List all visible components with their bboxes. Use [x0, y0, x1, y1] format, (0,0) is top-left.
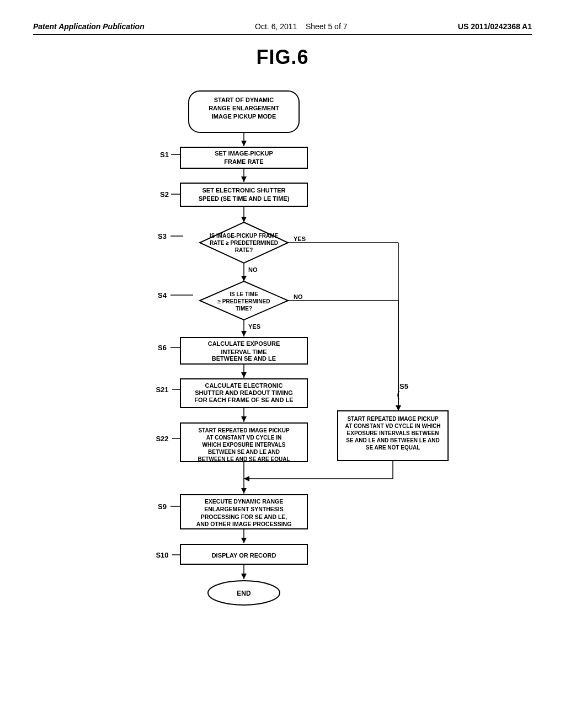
header-left: Patent Application Publication [33, 22, 145, 31]
svg-text:(: ( [397, 390, 400, 399]
svg-text:S9: S9 [158, 502, 167, 511]
svg-text:WHICH EXPOSURE INTERVALS: WHICH EXPOSURE INTERVALS [202, 442, 286, 448]
svg-text:IS IMAGE-PICKUP FRAME: IS IMAGE-PICKUP FRAME [210, 233, 279, 239]
svg-text:CALCULATE ELECTRONIC: CALCULATE ELECTRONIC [205, 382, 283, 389]
header-center: Oct. 6, 2011 Sheet 5 of 7 [255, 22, 347, 31]
svg-text:BETWEEN SE AND LE AND: BETWEEN SE AND LE AND [208, 449, 280, 455]
svg-marker-19 [241, 217, 247, 222]
svg-text:YES: YES [248, 323, 260, 330]
svg-text:BETWEEN SE AND LE: BETWEEN SE AND LE [212, 355, 276, 362]
svg-text:S4: S4 [158, 291, 167, 299]
svg-text:S5: S5 [399, 382, 408, 390]
svg-marker-82 [241, 488, 247, 494]
svg-text:RATE?: RATE? [235, 247, 253, 253]
svg-text:AT CONSTANT VD CYCLE IN WHICH: AT CONSTANT VD CYCLE IN WHICH [345, 423, 441, 429]
svg-text:SHUTTER AND READOUT TIMING: SHUTTER AND READOUT TIMING [195, 389, 292, 396]
svg-text:RATE ≥ PREDETERMINED: RATE ≥ PREDETERMINED [210, 240, 278, 246]
svg-text:SE AND LE AND BETWEEN LE AND: SE AND LE AND BETWEEN LE AND [346, 437, 439, 443]
svg-text:INTERVAL TIME: INTERVAL TIME [221, 349, 266, 355]
svg-text:START OF DYNAMIC: START OF DYNAMIC [214, 97, 274, 103]
svg-marker-79 [244, 476, 249, 481]
patent-number: US 2011/0242368 A1 [458, 22, 532, 31]
svg-text:TIME?: TIME? [236, 306, 252, 312]
svg-text:SET ELECTRONIC SHUTTER: SET ELECTRONIC SHUTTER [202, 187, 286, 194]
svg-text:S6: S6 [158, 344, 167, 352]
svg-text:S1: S1 [160, 151, 169, 159]
svg-text:EXPOSURE INTERVALS BETWEEN: EXPOSURE INTERVALS BETWEEN [347, 430, 439, 436]
svg-text:FRAME RATE: FRAME RATE [224, 158, 263, 165]
svg-text:YES: YES [294, 235, 306, 242]
svg-text:PROCESSING FOR SE AND LE,: PROCESSING FOR SE AND LE, [201, 513, 287, 520]
publication-label: Patent Application Publication [33, 22, 145, 31]
svg-text:IS LE TIME: IS LE TIME [230, 291, 258, 297]
date-label: Oct. 6, 2011 [255, 22, 297, 31]
svg-text:S22: S22 [156, 435, 168, 443]
svg-text:AND OTHER IMAGE PROCESSING: AND OTHER IMAGE PROCESSING [196, 521, 292, 527]
fig-title: FIG.6 [33, 46, 532, 69]
svg-text:DISPLAY OR RECORD: DISPLAY OR RECORD [212, 552, 276, 559]
svg-marker-91 [241, 538, 247, 543]
svg-text:S21: S21 [156, 386, 168, 394]
svg-text:NO: NO [248, 266, 258, 273]
svg-text:ENLARGEMENT SYNTHESIS: ENLARGEMENT SYNTHESIS [204, 506, 284, 512]
svg-text:EXECUTE DYNAMIC RANGE: EXECUTE DYNAMIC RANGE [205, 498, 283, 505]
svg-text:S2: S2 [160, 190, 169, 199]
svg-text:RANGE ENLARGEMENT: RANGE ENLARGEMENT [209, 105, 279, 111]
sheet-label: Sheet 5 of 7 [306, 22, 348, 31]
svg-text:CALCULATE EXPOSURE: CALCULATE EXPOSURE [208, 340, 280, 347]
svg-text:SE ARE NOT EQUAL: SE ARE NOT EQUAL [366, 445, 420, 451]
svg-text:NO: NO [294, 293, 303, 300]
svg-text:≥ PREDETERMINED: ≥ PREDETERMINED [218, 298, 270, 304]
svg-text:IMAGE PICKUP MODE: IMAGE PICKUP MODE [212, 113, 276, 120]
svg-marker-97 [241, 574, 247, 579]
svg-marker-52 [241, 372, 247, 378]
svg-marker-5 [241, 141, 247, 146]
svg-marker-60 [241, 416, 247, 422]
svg-marker-32 [241, 276, 247, 281]
flowchart-svg: START OF DYNAMIC RANGE ENLARGEMENT IMAGE… [56, 85, 509, 665]
svg-text:AT CONSTANT VD CYCLE IN: AT CONSTANT VD CYCLE IN [206, 435, 281, 441]
svg-text:END: END [237, 590, 251, 597]
svg-text:BETWEEN LE AND SE ARE EQUAL: BETWEEN LE AND SE ARE EQUAL [198, 456, 290, 462]
svg-text:SET IMAGE-PICKUP: SET IMAGE-PICKUP [215, 150, 273, 157]
header-right: US 2011/0242368 A1 [458, 22, 532, 31]
svg-text:START REPEATED IMAGE PICKUP: START REPEATED IMAGE PICKUP [347, 416, 439, 422]
svg-text:S10: S10 [156, 551, 168, 559]
svg-marker-44 [241, 331, 247, 336]
header: Patent Application Publication Oct. 6, 2… [33, 22, 532, 35]
page: Patent Application Publication Oct. 6, 2… [0, 0, 565, 728]
svg-text:START REPEATED IMAGE PICKUP: START REPEATED IMAGE PICKUP [198, 427, 290, 433]
svg-text:SPEED (SE TIME AND LE TIME): SPEED (SE TIME AND LE TIME) [199, 195, 290, 202]
svg-text:S3: S3 [158, 232, 167, 240]
svg-marker-12 [241, 176, 247, 182]
svg-text:FOR EACH FRAME OF SE AND LE: FOR EACH FRAME OF SE AND LE [194, 397, 293, 403]
